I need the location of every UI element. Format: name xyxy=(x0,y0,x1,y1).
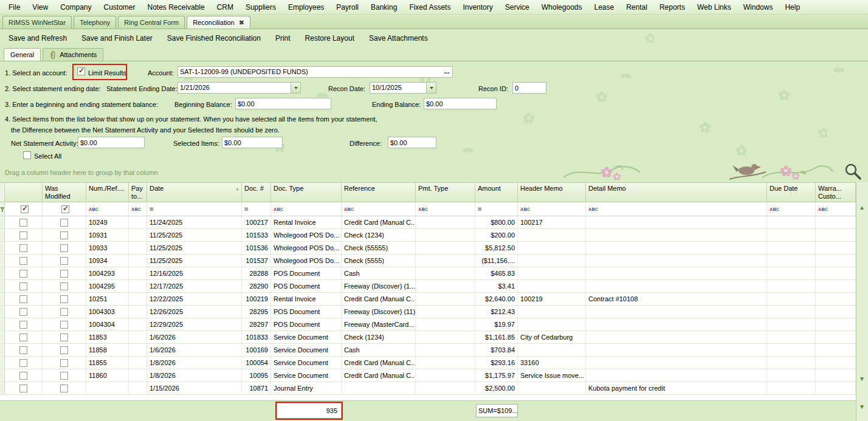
table-row[interactable]: 118531/6/2026101833Service DocumentCheck… xyxy=(0,331,856,344)
was-modified-checkbox[interactable] xyxy=(60,385,68,392)
selected-items-input[interactable] xyxy=(222,137,283,148)
tab-ring-central-form[interactable]: Ring Central Form xyxy=(118,16,185,29)
column-header-pmt_type[interactable]: Pmt. Type xyxy=(416,183,475,202)
row-select-checkbox[interactable] xyxy=(19,270,27,278)
was-modified-checkbox[interactable] xyxy=(60,334,68,341)
row-select-checkbox[interactable] xyxy=(19,359,27,367)
column-header-reference[interactable]: Reference xyxy=(342,183,416,202)
filter-due_date[interactable]: ABC xyxy=(767,202,816,216)
filter-detail_memo[interactable]: ABC xyxy=(586,202,767,216)
was-modified-checkbox[interactable] xyxy=(60,219,68,227)
was-modified-checkbox[interactable] xyxy=(60,346,68,354)
was-modified-checkbox[interactable] xyxy=(60,244,68,252)
tab-telephony[interactable]: Telephony xyxy=(74,16,116,29)
toolbar-print[interactable]: Print xyxy=(268,34,298,43)
menu-fixed-assets[interactable]: Fixed Assets xyxy=(403,3,456,12)
table-row[interactable]: 118581/6/2026100169Service DocumentCash$… xyxy=(0,344,856,357)
select-all-checkbox[interactable] xyxy=(23,151,31,159)
table-row[interactable]: 100430412/29/202528297POS DocumentFreewa… xyxy=(0,318,856,331)
menu-help[interactable]: Help xyxy=(779,3,806,12)
menu-wholegoods[interactable]: Wholegoods xyxy=(536,3,588,12)
scroll-down-icon[interactable]: ▼ xyxy=(859,375,865,382)
column-header-doc_type[interactable]: Doc. Type xyxy=(271,183,342,202)
menu-web-links[interactable]: Web Links xyxy=(691,3,737,12)
toolbar-save-attachments[interactable]: Save Attachments xyxy=(362,34,435,43)
row-select-checkbox[interactable] xyxy=(19,308,27,316)
table-row[interactable]: 1024911/24/2025100217Rental InvoiceCredi… xyxy=(0,216,856,229)
filter-payto[interactable]: ABC xyxy=(129,202,147,216)
search-icon[interactable] xyxy=(844,162,863,182)
table-row[interactable]: 118601/8/202610095Service DocumentCredit… xyxy=(0,369,856,382)
beginning-balance-input[interactable] xyxy=(235,98,331,109)
row-select-checkbox[interactable] xyxy=(19,385,27,392)
tab-close-icon[interactable]: ✖ xyxy=(239,19,244,26)
row-select-checkbox[interactable] xyxy=(19,219,27,227)
row-select-checkbox[interactable] xyxy=(19,231,27,239)
table-row[interactable]: 118551/8/2026100054Service DocumentCredi… xyxy=(0,357,856,369)
menu-employees[interactable]: Employees xyxy=(282,3,330,12)
was-modified-checkbox[interactable] xyxy=(60,257,68,265)
filter-warranty[interactable]: ABC xyxy=(816,202,856,216)
column-header-detail_memo[interactable]: Detail Memo xyxy=(586,183,767,202)
menu-notes-receivable[interactable]: Notes Receivable xyxy=(142,3,211,12)
was-modified-checkbox[interactable] xyxy=(60,295,68,303)
was-modified-checkbox[interactable] xyxy=(60,282,68,290)
filter-checkbox[interactable] xyxy=(61,205,69,213)
table-row[interactable]: 100429512/17/202528290POS DocumentFreewa… xyxy=(0,280,856,293)
toolbar-restore-layout[interactable]: Restore Layout xyxy=(298,34,362,43)
table-row[interactable]: 1/15/202610871Journal Entry$2,500.00Kubo… xyxy=(0,382,856,395)
limit-results-checkbox[interactable] xyxy=(77,67,85,75)
row-select-checkbox[interactable] xyxy=(19,244,27,252)
row-select-checkbox[interactable] xyxy=(19,346,27,354)
filter-wasmod[interactable] xyxy=(43,202,86,216)
column-header-warranty[interactable]: Warra... Custo... xyxy=(816,183,856,202)
menu-lease[interactable]: Lease xyxy=(588,3,621,12)
filter-date[interactable]: = xyxy=(147,202,242,216)
column-header-wasmod[interactable]: Was Modified xyxy=(43,183,86,202)
toolbar-save-and-finish-later[interactable]: Save and Finish Later xyxy=(74,34,160,43)
difference-input[interactable] xyxy=(388,137,436,148)
menu-view[interactable]: View xyxy=(26,3,54,12)
filter-sel[interactable] xyxy=(5,202,43,216)
was-modified-checkbox[interactable] xyxy=(60,321,68,329)
table-row[interactable]: 100429312/16/202528288POS DocumentCash$4… xyxy=(0,267,856,280)
menu-payroll[interactable]: Payroll xyxy=(330,3,365,12)
menu-rental[interactable]: Rental xyxy=(620,3,653,12)
ending-balance-input[interactable] xyxy=(424,98,497,109)
row-select-checkbox[interactable] xyxy=(19,282,27,290)
filter-num[interactable]: ABC xyxy=(86,202,129,216)
column-header-amount[interactable]: Amount xyxy=(475,183,518,202)
column-header-doc[interactable]: Doc. # xyxy=(242,183,271,202)
filter-doc_type[interactable]: ABC xyxy=(271,202,342,216)
scroll-down-icon[interactable]: ▼ xyxy=(859,403,865,410)
toolbar-save-finished-reconciliation[interactable]: Save Finished Reconciliation xyxy=(160,34,268,43)
statement-ending-date-combo[interactable]: 1/21/2026 xyxy=(177,82,301,94)
toolbar-save-and-refresh[interactable]: Save and Refresh xyxy=(1,34,74,43)
menu-crm[interactable]: CRM xyxy=(211,3,239,12)
group-by-bar[interactable]: Drag a column header here to group by th… xyxy=(0,163,868,182)
column-header-num[interactable]: Num./Ref.... xyxy=(86,183,129,202)
menu-windows[interactable]: Windows xyxy=(737,3,779,12)
account-field[interactable]: SAT-1-12009-99 (UNDEPOSITED FUNDS) ... xyxy=(177,66,453,78)
tab-attachments[interactable]: Attachments xyxy=(43,48,103,61)
column-header-date[interactable]: Date▲ xyxy=(147,183,242,202)
table-row[interactable]: 1093311/25/2025101536Wholegood POS Do...… xyxy=(0,242,856,255)
tab-rimss-winnetstar[interactable]: RIMSS WinNetStar xyxy=(2,16,72,29)
filter-reference[interactable]: ABC xyxy=(342,202,416,216)
table-row[interactable]: 1093411/25/2025101537Wholegood POS Do...… xyxy=(0,255,856,267)
tab-general[interactable]: General xyxy=(4,48,41,61)
filter-amount[interactable]: = xyxy=(475,202,518,216)
dropdown-button[interactable] xyxy=(291,83,300,93)
tab-reconciliation[interactable]: Reconciliation✖ xyxy=(187,16,250,29)
filter-checkbox[interactable] xyxy=(21,205,29,213)
column-header-payto[interactable]: Pay to... xyxy=(129,183,147,202)
filter-pmt_type[interactable]: ABC xyxy=(416,202,475,216)
table-row[interactable]: 1025112/22/2025100219Rental InvoiceCredi… xyxy=(0,293,856,306)
table-row[interactable]: 100430312/26/202528295POS DocumentFreewa… xyxy=(0,306,856,318)
scroll-up-icon[interactable]: ▲ xyxy=(859,204,865,211)
menu-service[interactable]: Service xyxy=(499,3,536,12)
filter-header_memo[interactable]: ABC xyxy=(518,202,586,216)
row-select-checkbox[interactable] xyxy=(19,295,27,303)
menu-banking[interactable]: Banking xyxy=(365,3,403,12)
account-browse-button[interactable]: ... xyxy=(441,67,452,77)
